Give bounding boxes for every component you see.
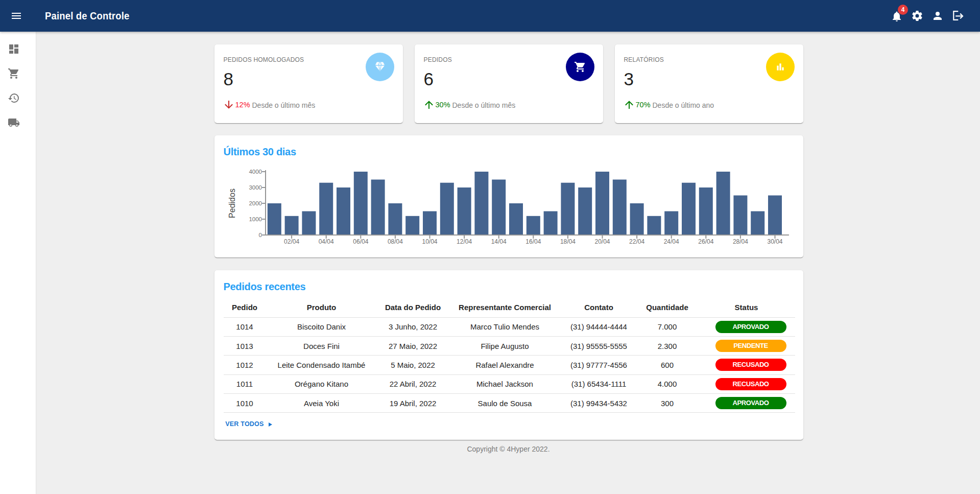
- svg-text:0: 0: [258, 232, 261, 238]
- svg-text:4000: 4000: [249, 169, 262, 175]
- svg-text:08/04: 08/04: [387, 238, 402, 245]
- svg-text:1000: 1000: [249, 216, 262, 222]
- svg-text:2000: 2000: [249, 200, 262, 206]
- svg-text:Pedidos: Pedidos: [228, 189, 236, 218]
- svg-text:12/04: 12/04: [457, 238, 472, 245]
- svg-text:18/04: 18/04: [560, 238, 575, 245]
- svg-text:02/04: 02/04: [284, 238, 299, 245]
- svg-text:14/04: 14/04: [491, 238, 506, 245]
- svg-text:26/04: 26/04: [698, 238, 713, 245]
- svg-text:16/04: 16/04: [525, 238, 541, 245]
- svg-text:30/04: 30/04: [767, 238, 782, 245]
- svg-text:20/04: 20/04: [594, 238, 610, 245]
- svg-text:24/04: 24/04: [663, 238, 679, 245]
- svg-text:22/04: 22/04: [629, 238, 644, 245]
- svg-text:28/04: 28/04: [732, 238, 748, 245]
- svg-text:3000: 3000: [249, 184, 262, 191]
- svg-text:06/04: 06/04: [353, 238, 368, 245]
- svg-text:04/04: 04/04: [318, 238, 333, 245]
- svg-text:10/04: 10/04: [422, 238, 437, 245]
